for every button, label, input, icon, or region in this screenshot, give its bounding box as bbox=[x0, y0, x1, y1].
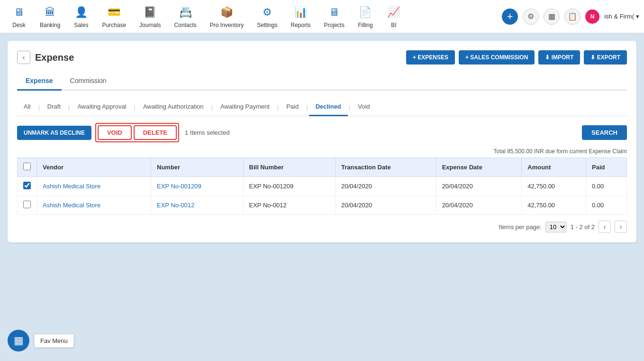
nav-desk[interactable]: 🖥 Desk bbox=[5, 0, 33, 33]
nav-bi-label: BI bbox=[391, 22, 396, 28]
table-row: Ashish Medical Store EXP No-001209 EXP N… bbox=[18, 177, 627, 196]
status-tab-awaiting-authorization[interactable]: Awaiting Authorization bbox=[136, 98, 210, 116]
row-checkbox-0[interactable] bbox=[23, 182, 31, 189]
vendor-link-1[interactable]: Ashish Medical Store bbox=[43, 202, 100, 209]
amount-header: Amount bbox=[522, 158, 586, 177]
nav-pro-inventory-label: Pro Inventory bbox=[210, 22, 244, 28]
sales-commission-button[interactable]: + SALES COMMISSION bbox=[459, 50, 535, 65]
transaction-date-cell: 20/04/2020 bbox=[336, 177, 436, 196]
nav-contacts[interactable]: 📇 Contacts bbox=[167, 0, 203, 33]
nav-projects[interactable]: 🖥 Projects bbox=[317, 0, 351, 33]
status-tab-paid[interactable]: Paid bbox=[280, 98, 305, 116]
nav-reports-label: Reports bbox=[291, 22, 311, 28]
vendor-header: Vendor bbox=[37, 158, 151, 177]
export-button[interactable]: ⬇ EXPORT bbox=[584, 50, 627, 65]
unmark-as-decline-button[interactable]: UNMARK AS DECLINE bbox=[17, 126, 91, 140]
prev-page-button[interactable]: ‹ bbox=[599, 221, 611, 233]
red-actions-group: VOID DELETE bbox=[95, 123, 179, 142]
header-actions: + EXPENSES + SALES COMMISSION ⬇ IMPORT ⬇… bbox=[406, 50, 627, 65]
void-button[interactable]: VOID bbox=[98, 125, 132, 140]
per-page-select[interactable]: 10 25 50 bbox=[545, 222, 567, 232]
vendor-cell: Ashish Medical Store bbox=[37, 196, 151, 215]
tab-commission[interactable]: Commission bbox=[62, 72, 115, 91]
nav-filling[interactable]: 📄 Filling bbox=[351, 0, 380, 33]
tab-expense[interactable]: Expense bbox=[17, 72, 62, 91]
row-checkbox-cell bbox=[18, 177, 37, 196]
nav-purchase-label: Purchase bbox=[102, 22, 126, 28]
projects-icon: 🖥 bbox=[327, 5, 342, 20]
import-button[interactable]: ⬇ IMPORT bbox=[538, 50, 580, 65]
select-all-header bbox=[18, 158, 37, 177]
user-label-text: ish & Firm( bbox=[604, 13, 634, 20]
settings-icon: ⚙ bbox=[260, 5, 275, 20]
page-title-row: ‹ Expense bbox=[17, 51, 74, 64]
total-line: Total 85,500.00 INR due form current Exp… bbox=[17, 148, 627, 155]
number-link-1[interactable]: EXP No-0012 bbox=[157, 202, 194, 209]
amount-cell: 42,750.00 bbox=[522, 177, 586, 196]
select-all-checkbox[interactable] bbox=[23, 163, 31, 170]
bill-number-header: Bill Number bbox=[243, 158, 336, 177]
nav-settings[interactable]: ⚙ Settings bbox=[250, 0, 284, 33]
filling-icon: 📄 bbox=[358, 5, 373, 20]
items-selected-text: 1 Items selected bbox=[185, 129, 230, 136]
items-per-page-label: Items per page: bbox=[499, 223, 541, 231]
search-button[interactable]: SEARCH bbox=[582, 125, 627, 140]
number-cell: EXP No-0012 bbox=[151, 196, 244, 215]
top-nav: 🖥 Desk 🏛 Banking 👤 Sales 💳 Purchase 📓 Jo… bbox=[0, 0, 644, 33]
number-link-0[interactable]: EXP No-001209 bbox=[157, 183, 201, 190]
user-menu[interactable]: ish & Firm( ▾ bbox=[604, 13, 639, 20]
status-tab-all[interactable]: All bbox=[17, 98, 37, 116]
action-bar: UNMARK AS DECLINE VOID DELETE 1 Items se… bbox=[17, 123, 627, 142]
grid-button[interactable]: ▦ bbox=[544, 9, 560, 25]
row-checkbox-cell bbox=[18, 196, 37, 215]
expense-table: Vendor Number Bill Number Transaction Da… bbox=[17, 157, 627, 215]
expense-card: ‹ Expense + EXPENSES + SALES COMMISSION … bbox=[8, 41, 636, 242]
nav-bi[interactable]: 📈 BI bbox=[380, 0, 408, 33]
nav-banking[interactable]: 🏛 Banking bbox=[33, 0, 67, 33]
pagination-row: Items per page: 10 25 50 1 - 2 of 2 ‹ › bbox=[17, 221, 627, 233]
expenses-button[interactable]: + EXPENSES bbox=[406, 50, 455, 65]
status-tab-awaiting-approval[interactable]: Awaiting Approval bbox=[71, 98, 133, 116]
expense-date-header: Expense Date bbox=[436, 158, 522, 177]
status-tab-declined[interactable]: Declined bbox=[309, 98, 348, 116]
bill-number-cell: EXP No-001209 bbox=[243, 177, 336, 196]
bill-number-cell: EXP No-0012 bbox=[243, 196, 336, 215]
nav-banking-label: Banking bbox=[40, 22, 60, 28]
number-header: Number bbox=[151, 158, 244, 177]
nav-reports[interactable]: 📊 Reports bbox=[284, 0, 317, 33]
vendor-link-0[interactable]: Ashish Medical Store bbox=[43, 183, 100, 190]
next-page-button[interactable]: › bbox=[615, 221, 627, 233]
sales-icon: 👤 bbox=[73, 5, 89, 20]
add-button[interactable]: + bbox=[502, 9, 518, 25]
nav-sales-label: Sales bbox=[74, 22, 88, 28]
page-title: Expense bbox=[35, 52, 74, 63]
document-button[interactable]: 📋 bbox=[564, 9, 581, 25]
expense-date-cell: 20/04/2020 bbox=[436, 196, 522, 215]
status-tabs: All | Draft | Awaiting Approval | Awaiti… bbox=[17, 98, 627, 116]
row-checkbox-1[interactable] bbox=[23, 201, 31, 208]
paid-cell: 0.00 bbox=[586, 196, 626, 215]
back-button[interactable]: ‹ bbox=[17, 51, 30, 64]
chevron-down-icon: ▾ bbox=[636, 13, 639, 20]
bi-icon: 📈 bbox=[386, 5, 401, 20]
nav-journals[interactable]: 📓 Journals bbox=[133, 0, 167, 33]
pro-inventory-icon: 📦 bbox=[219, 5, 234, 20]
status-tab-void[interactable]: Void bbox=[351, 98, 376, 116]
transaction-date-header: Transaction Date bbox=[336, 158, 436, 177]
contacts-icon: 📇 bbox=[178, 5, 193, 20]
number-cell: EXP No-001209 bbox=[151, 177, 244, 196]
status-tab-draft[interactable]: Draft bbox=[41, 98, 67, 116]
nav-filling-label: Filling bbox=[358, 22, 372, 28]
reports-icon: 📊 bbox=[293, 5, 308, 20]
nav-sales[interactable]: 👤 Sales bbox=[67, 0, 95, 33]
nav-settings-label: Settings bbox=[257, 22, 277, 28]
status-tab-awaiting-payment[interactable]: Awaiting Payment bbox=[214, 98, 276, 116]
pagination-range: 1 - 2 of 2 bbox=[571, 223, 595, 231]
transaction-date-cell: 20/04/2020 bbox=[336, 196, 436, 215]
expense-date-cell: 20/04/2020 bbox=[436, 177, 522, 196]
nav-purchase[interactable]: 💳 Purchase bbox=[95, 0, 133, 33]
delete-button[interactable]: DELETE bbox=[134, 125, 177, 140]
nav-journals-label: Journals bbox=[139, 22, 161, 28]
nav-pro-inventory[interactable]: 📦 Pro Inventory bbox=[203, 0, 250, 33]
settings-gear-button[interactable]: ⚙ bbox=[523, 9, 539, 25]
